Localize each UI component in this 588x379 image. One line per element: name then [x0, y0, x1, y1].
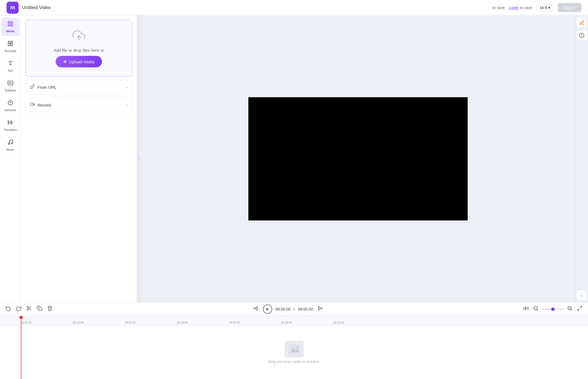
topbar: m Untitled Video Login to save Login to … [0, 0, 588, 15]
sidebar-item-music[interactable]: Music [1, 136, 20, 154]
zoom-out-button[interactable] [532, 305, 540, 314]
empty-media-thumbnail [285, 341, 304, 357]
svg-rect-5 [8, 43, 10, 46]
link-icon [30, 84, 35, 90]
svg-rect-6 [11, 43, 12, 46]
svg-marker-12 [11, 121, 12, 124]
sidebar-item-transition-label: Transition [4, 128, 17, 131]
volume-button[interactable] [522, 305, 530, 314]
chevron-right-icon: › [126, 85, 128, 90]
annotate-tool-button[interactable] [576, 18, 587, 28]
sidebar: Media Template Text Subtitles [0, 15, 21, 302]
delete-button[interactable] [46, 305, 54, 314]
from-url-option[interactable]: From URL › [25, 80, 132, 94]
upload-btn-label: Upload media [69, 59, 95, 64]
plus-icon: ⊕ [63, 59, 67, 64]
copy-button[interactable] [36, 305, 43, 314]
svg-rect-16 [30, 103, 33, 106]
svg-marker-28 [319, 306, 321, 310]
sidebar-item-media-label: Media [6, 30, 15, 33]
timeline-tracks: Drag and drop media to timeline. [0, 326, 588, 379]
svg-rect-2 [8, 24, 10, 26]
record-icon [30, 102, 35, 108]
app-logo: m [7, 2, 19, 14]
timeline-empty-text: Drag and drop media to timeline. [268, 360, 320, 364]
svg-rect-7 [8, 81, 13, 85]
svg-point-13 [8, 143, 10, 145]
timeline-toolbar-left [4, 305, 54, 314]
upload-cloud-icon [72, 29, 86, 45]
skip-forward-button[interactable] [316, 305, 324, 314]
media-panel: Add file or drop files here or ⊕ Upload … [21, 15, 137, 302]
preview-area [141, 15, 575, 302]
aspect-ratio-selector[interactable]: 16:9 ▾ [536, 4, 553, 11]
svg-marker-27 [266, 308, 269, 311]
redo-button[interactable] [15, 305, 22, 314]
skip-back-button[interactable] [252, 305, 260, 314]
playhead-vertical [21, 326, 21, 379]
timeline-toolbar: 00:00.00 / 00:00.00 [0, 303, 588, 316]
element-icon [7, 100, 13, 107]
svg-marker-11 [8, 121, 10, 124]
upload-media-button[interactable]: ⊕ Upload media [56, 56, 102, 67]
ratio-value: 16:9 [539, 5, 547, 10]
chevron-right-record-icon: › [126, 103, 128, 107]
svg-line-22 [30, 309, 31, 310]
cut-button[interactable] [25, 305, 33, 314]
svg-rect-0 [8, 22, 10, 23]
media-icon [7, 21, 13, 28]
zoom-slider[interactable] [542, 309, 564, 310]
text-icon [7, 60, 13, 68]
ruler-playhead-line [21, 316, 21, 325]
undo-button[interactable] [4, 305, 12, 314]
fullscreen-button[interactable] [576, 305, 584, 314]
svg-point-14 [11, 142, 13, 144]
svg-point-42 [296, 346, 298, 348]
timeline-toolbar-center: 00:00.00 / 00:00.00 [57, 305, 519, 314]
svg-marker-25 [255, 306, 257, 310]
main-layout: Media Template Text Subtitles [0, 15, 588, 302]
svg-rect-4 [8, 41, 13, 43]
svg-line-32 [537, 309, 538, 311]
chevron-down-icon: ▾ [548, 5, 550, 10]
save-label: to save [492, 5, 505, 10]
feedback-tool-button[interactable] [576, 30, 587, 41]
upload-text: Add file or drop files here or [53, 48, 104, 53]
svg-rect-24 [39, 308, 42, 311]
timeline-container: 00:00.00 / 00:00.00 [0, 302, 588, 379]
svg-line-23 [28, 308, 29, 308]
play-button[interactable] [263, 305, 272, 314]
sidebar-item-text[interactable]: Text [1, 57, 20, 76]
export-button[interactable]: Export [558, 3, 581, 12]
topbar-right: Login to save Login to save 16:9 ▾ Expor… [492, 3, 581, 12]
expand-button[interactable]: ⌄ [576, 290, 587, 300]
collapse-arrow-icon: ‹ [139, 157, 140, 161]
sidebar-item-subtitles[interactable]: Subtitles [1, 77, 20, 95]
current-time: 00:00.00 [275, 307, 291, 311]
subtitles-icon [7, 80, 13, 88]
zoom-in-button[interactable] [566, 305, 574, 314]
sidebar-item-text-label: Text [7, 69, 13, 72]
record-label: Record [38, 103, 51, 107]
sidebar-item-element[interactable]: Element [1, 96, 20, 115]
svg-marker-30 [524, 307, 526, 310]
svg-rect-3 [11, 24, 12, 26]
expand-icon: ⌄ [580, 293, 583, 297]
timeline-toolbar-right [522, 305, 584, 314]
time-separator: / [294, 307, 295, 311]
panel-collapse-handle[interactable]: ‹ [137, 15, 141, 302]
sidebar-item-transition[interactable]: Transition [1, 116, 20, 135]
total-time: 00:00.00 [298, 307, 313, 311]
timeline-empty-state: Drag and drop media to timeline. [0, 326, 588, 379]
transition-icon [7, 119, 13, 127]
ruler-playhead-dot [19, 316, 23, 319]
login-link-text[interactable]: Login [509, 5, 519, 10]
template-icon [7, 41, 13, 48]
svg-rect-1 [11, 22, 12, 23]
save-text: to save [520, 5, 532, 10]
record-option[interactable]: Record › [25, 98, 132, 112]
sidebar-item-media[interactable]: Media [1, 18, 20, 36]
sidebar-item-template[interactable]: Template [1, 37, 20, 56]
video-canvas [248, 97, 468, 220]
svg-line-35 [571, 309, 572, 311]
